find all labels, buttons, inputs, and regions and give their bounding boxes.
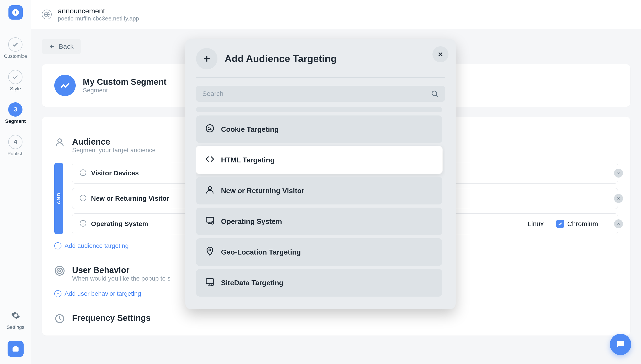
option-label: Cookie Targeting — [221, 125, 279, 134]
add-targeting-modal: Add Audience Targeting Cookie TargetingH… — [186, 39, 456, 309]
chat-icon — [615, 339, 626, 350]
modal-title: Add Audience Targeting — [224, 53, 337, 64]
close-button[interactable] — [432, 46, 448, 62]
monitor-gear-icon — [205, 277, 215, 288]
targeting-option[interactable]: SiteData Targeting — [196, 269, 442, 296]
targeting-option[interactable]: Geo-Location Targeting — [196, 238, 442, 266]
svg-point-17 — [209, 249, 211, 251]
targeting-option[interactable]: HTML Targeting — [196, 146, 442, 174]
svg-point-9 — [432, 91, 437, 96]
option-label: New or Returning Visitor — [221, 187, 304, 195]
search-box[interactable] — [196, 86, 445, 102]
user-icon — [205, 185, 215, 196]
svg-point-12 — [210, 129, 211, 130]
chat-button[interactable] — [610, 334, 631, 355]
svg-point-16 — [211, 222, 214, 224]
svg-point-19 — [211, 283, 214, 286]
targeting-option-partial[interactable] — [196, 107, 442, 112]
modal-overlay: Add Audience Targeting Cookie TargetingH… — [0, 0, 641, 364]
option-label: HTML Targeting — [221, 156, 275, 164]
pin-icon — [205, 246, 215, 258]
code-icon — [205, 154, 215, 166]
targeting-option[interactable]: Cookie Targeting — [196, 116, 442, 143]
svg-point-11 — [208, 127, 209, 128]
monitor-gear-icon — [205, 216, 215, 227]
option-label: Geo-Location Targeting — [221, 248, 301, 256]
options-list[interactable]: Cookie TargetingHTML TargetingNew or Ret… — [196, 107, 445, 296]
targeting-option[interactable]: New or Returning Visitor — [196, 177, 442, 204]
search-icon — [431, 90, 439, 98]
plus-icon — [196, 48, 218, 70]
svg-point-10 — [206, 125, 214, 132]
search-input[interactable] — [202, 90, 431, 98]
svg-point-13 — [209, 129, 210, 130]
option-label: Operating System — [221, 218, 282, 226]
option-label: SiteData Targeting — [221, 279, 283, 287]
targeting-option[interactable]: Operating System — [196, 208, 442, 235]
cookie-icon — [205, 124, 215, 135]
svg-point-14 — [208, 186, 212, 190]
close-icon — [437, 51, 444, 58]
